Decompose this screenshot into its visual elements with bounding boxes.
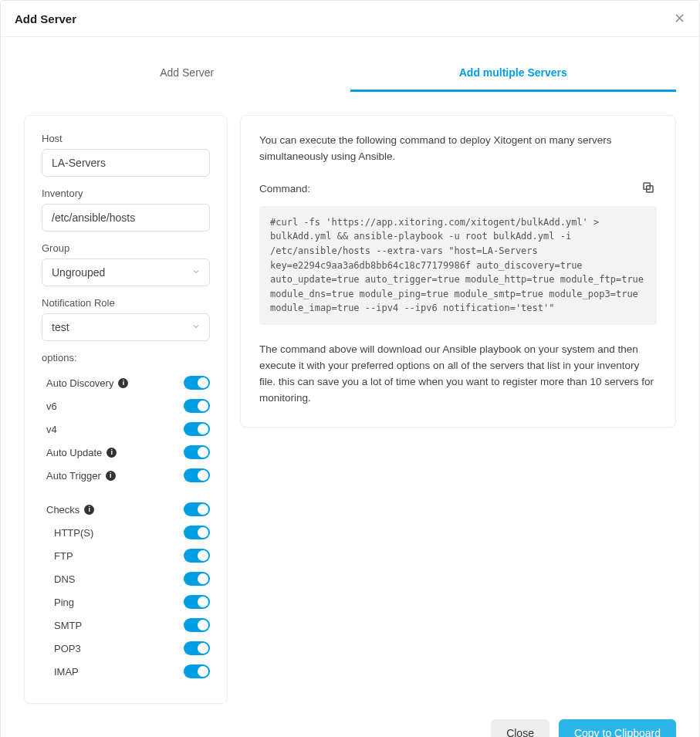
info-icon[interactable]: i — [106, 471, 116, 481]
option-auto-update: Auto Update i — [42, 441, 210, 464]
toggle-smtp[interactable] — [184, 618, 210, 632]
notification-label: Notification Role — [42, 297, 210, 309]
option-label: POP3 — [54, 643, 81, 654]
check-smtp: SMTP — [42, 614, 210, 637]
inventory-input[interactable] — [42, 204, 210, 232]
toggle-checks[interactable] — [184, 502, 210, 516]
info-icon[interactable]: i — [107, 448, 117, 458]
tab-add-server[interactable]: Add Server — [24, 59, 350, 92]
option-auto-trigger: Auto Trigger i — [42, 464, 210, 487]
option-auto-discovery: Auto Discovery i — [42, 371, 210, 394]
option-label: IMAP — [54, 666, 79, 678]
toggle-pop3[interactable] — [184, 641, 210, 655]
toggle-v4[interactable] — [184, 422, 210, 436]
option-label: FTP — [54, 550, 73, 562]
close-icon[interactable]: ✕ — [674, 12, 685, 25]
copy-icon[interactable] — [640, 179, 657, 198]
check-ftp: FTP — [42, 544, 210, 567]
explain-text: The command above will download our Ansi… — [259, 342, 657, 407]
command-code[interactable]: #curl -fs 'https://app.xitoring.com/xito… — [259, 206, 657, 325]
modal-footer: Close Copy to Clipboard — [1, 719, 699, 737]
option-label: Auto Discovery — [46, 377, 113, 389]
check-http: HTTP(S) — [42, 521, 210, 544]
options-label: options: — [42, 352, 210, 363]
option-label: HTTP(S) — [54, 527, 93, 539]
check-imap: IMAP — [42, 660, 210, 683]
group-label: Group — [42, 242, 210, 254]
tabs: Add Server Add multiple Servers — [24, 59, 676, 92]
modal-header: Add Server ✕ — [1, 1, 699, 37]
toggle-ftp[interactable] — [184, 549, 210, 563]
option-label: v6 — [46, 401, 57, 412]
option-label: Checks — [46, 504, 79, 516]
modal-title: Add Server — [15, 12, 76, 25]
option-label: Auto Trigger — [46, 470, 101, 482]
command-header: Command: — [259, 179, 657, 198]
command-panel: You can execute the following command to… — [240, 115, 676, 428]
content-area: Host Inventory Group Notification Role o… — [1, 92, 699, 719]
info-icon[interactable]: i — [118, 378, 128, 388]
check-dns: DNS — [42, 567, 210, 590]
option-v4: v4 — [42, 418, 210, 441]
toggle-ping[interactable] — [184, 595, 210, 609]
option-label: DNS — [54, 573, 75, 585]
info-icon[interactable]: i — [84, 505, 94, 515]
toggle-http[interactable] — [184, 526, 210, 539]
option-v6: v6 — [42, 394, 210, 418]
option-label: v4 — [46, 424, 57, 435]
command-label: Command: — [259, 183, 310, 194]
option-checks: Checks i — [42, 498, 210, 521]
copy-clipboard-button[interactable]: Copy to Clipboard — [559, 719, 676, 737]
host-label: Host — [42, 133, 210, 144]
toggle-auto-update[interactable] — [184, 445, 210, 459]
inventory-label: Inventory — [42, 188, 210, 199]
host-input[interactable] — [42, 149, 210, 177]
option-label: SMTP — [54, 620, 82, 631]
close-button[interactable]: Close — [491, 719, 550, 737]
group-select[interactable] — [42, 259, 210, 286]
check-ping: Ping — [42, 590, 210, 614]
tab-add-multiple[interactable]: Add multiple Servers — [350, 59, 677, 92]
intro-text: You can execute the following command to… — [259, 133, 657, 165]
toggle-auto-discovery[interactable] — [184, 376, 210, 390]
option-label: Auto Update — [46, 447, 102, 458]
add-server-modal: Add Server ✕ Add Server Add multiple Ser… — [0, 0, 700, 737]
toggle-auto-trigger[interactable] — [184, 468, 210, 482]
toggle-dns[interactable] — [184, 572, 210, 586]
option-label: Ping — [54, 597, 74, 608]
toggle-v6[interactable] — [184, 399, 210, 413]
config-panel: Host Inventory Group Notification Role o… — [24, 115, 228, 704]
notification-select[interactable] — [42, 313, 210, 341]
check-pop3: POP3 — [42, 637, 210, 660]
toggle-imap[interactable] — [184, 664, 210, 678]
